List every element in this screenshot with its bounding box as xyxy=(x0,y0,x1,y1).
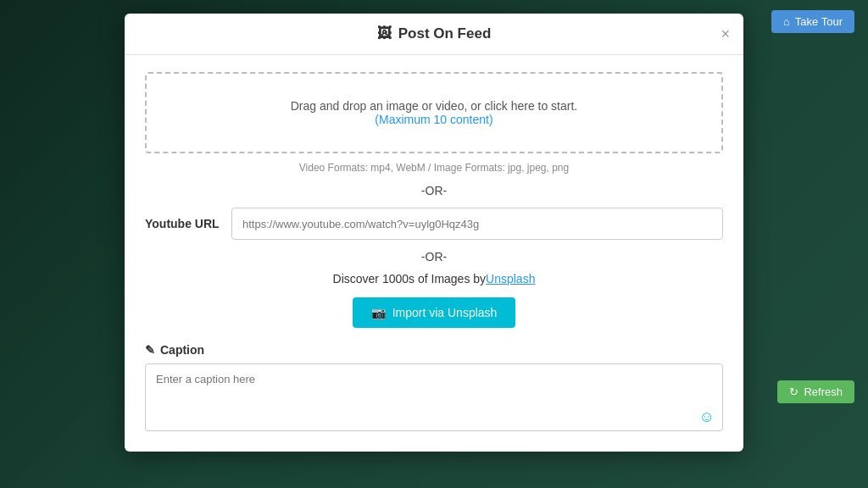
post-on-feed-modal: 🖼 Post On Feed × Drag and drop an image … xyxy=(125,14,743,452)
caption-label: ✎ Caption xyxy=(145,343,723,357)
unsplash-description: Discover 1000s of Images by xyxy=(333,272,487,286)
modal-backdrop: 🖼 Post On Feed × Drag and drop an image … xyxy=(0,0,868,488)
unsplash-link[interactable]: Unsplash xyxy=(486,272,535,286)
caption-textarea[interactable] xyxy=(145,363,723,431)
or-divider-2: -OR- xyxy=(145,250,723,263)
dropzone-main-text: Drag and drop an image or video, or clic… xyxy=(164,99,704,113)
close-button[interactable]: × xyxy=(721,26,730,42)
emoji-icon[interactable]: ☺ xyxy=(699,408,715,426)
or-divider-1: -OR- xyxy=(145,184,723,197)
caption-section: ✎ Caption ☺ xyxy=(145,343,723,435)
edit-icon: ✎ xyxy=(145,343,155,357)
youtube-input[interactable] xyxy=(231,208,723,240)
format-hint: Video Formats: mp4, WebM / Image Formats… xyxy=(145,162,723,174)
image-frame-icon: 🖼 xyxy=(377,25,392,42)
import-via-unsplash-button[interactable]: 📷 Import via Unsplash xyxy=(353,297,516,328)
dropzone[interactable]: Drag and drop an image or video, or clic… xyxy=(145,72,723,153)
youtube-row: Youtube URL xyxy=(145,208,723,240)
modal-header: 🖼 Post On Feed × xyxy=(125,14,743,55)
youtube-label: Youtube URL xyxy=(145,217,221,230)
modal-title: 🖼 Post On Feed xyxy=(377,25,492,42)
modal-body: Drag and drop an image or video, or clic… xyxy=(125,55,743,452)
import-btn-label: Import via Unsplash xyxy=(392,306,498,319)
caption-wrapper: ☺ xyxy=(145,363,723,435)
unsplash-text: Discover 1000s of Images byUnsplash xyxy=(145,272,723,286)
camera-icon: 📷 xyxy=(371,306,386,319)
dropzone-sub-text[interactable]: (Maximum 10 content) xyxy=(164,113,704,126)
